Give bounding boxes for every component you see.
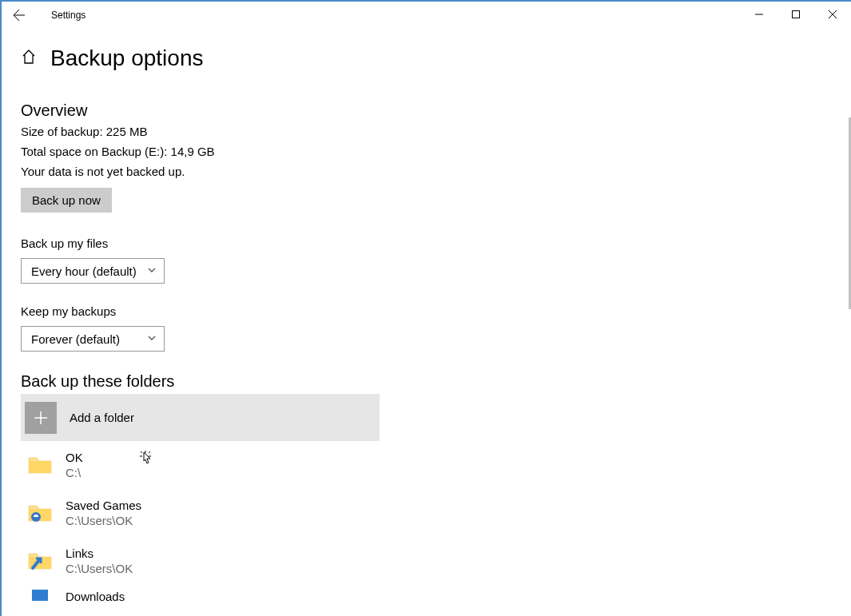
back-button[interactable] [2,2,37,28]
minimize-button[interactable] [741,2,777,27]
folder-icon [27,590,53,615]
folder-name: Links [66,546,133,560]
retention-dropdown[interactable]: Forever (default) [21,326,165,352]
backup-now-button[interactable]: Back up now [21,188,112,213]
chevron-down-icon [147,265,157,276]
content-area: Backup options Overview Size of backup: … [2,28,851,616]
chevron-down-icon [147,333,157,344]
svg-rect-0 [793,11,800,18]
close-icon [829,10,837,18]
backup-size-text: Size of backup: 225 MB [21,125,832,138]
folder-icon [27,548,53,574]
frequency-value: Every hour (default) [31,264,137,278]
folder-icon [27,452,53,478]
folder-name: Saved Games [66,499,141,512]
maximize-button[interactable] [777,2,814,27]
folder-name: OK [66,451,83,464]
folder-name: Downloads [66,590,125,603]
frequency-label: Back up my files [21,236,832,250]
svg-rect-2 [32,590,48,601]
folder-item[interactable]: OK C:\ [21,441,380,489]
folder-icon [27,500,53,526]
window-title: Settings [51,10,85,21]
arrow-left-icon [13,9,26,22]
retention-value: Forever (default) [31,332,120,346]
total-space-text: Total space on Backup (E:): 14,9 GB [21,145,832,158]
titlebar: Settings [2,2,851,28]
frequency-dropdown[interactable]: Every hour (default) [21,258,165,284]
folder-path: C:\Users\OK [66,514,141,527]
folder-item[interactable]: Downloads [21,585,380,609]
overview-heading: Overview [21,101,832,120]
retention-label: Keep my backups [21,304,832,318]
home-icon[interactable] [21,49,37,68]
close-button[interactable] [814,2,851,27]
folders-heading: Back up these folders [21,372,832,391]
add-folder-button[interactable]: Add a folder [21,394,380,441]
page-title: Backup options [50,46,203,71]
plus-icon-box [25,402,57,434]
folder-item[interactable]: Saved Games C:\Users\OK [21,489,380,537]
folder-item[interactable]: Links C:\Users\OK [21,537,380,585]
plus-icon [32,409,50,427]
backup-status-text: Your data is not yet backed up. [21,165,832,178]
add-folder-label: Add a folder [70,411,134,424]
window-controls [741,2,851,27]
maximize-icon [792,10,800,18]
folder-path: C:\Users\OK [66,562,133,575]
folder-path: C:\ [66,466,83,479]
minimize-icon [755,10,763,18]
